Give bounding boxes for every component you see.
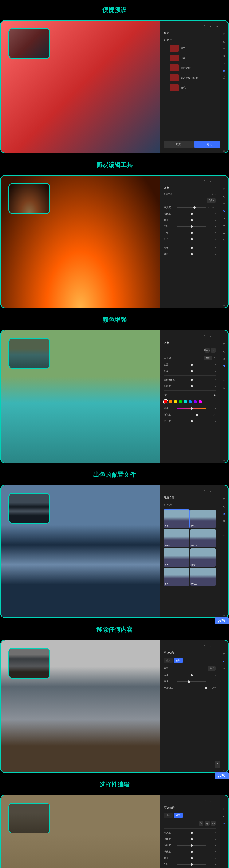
heal-icon[interactable]: ◐ [222,349,226,353]
more-icon[interactable]: ⋯ [215,799,218,803]
star-icon[interactable]: ☆ [222,613,226,617]
preset-item[interactable]: 鲜艳 [167,83,218,93]
effects-icon[interactable]: ✦ [222,371,226,375]
slider-contrast[interactable]: 对比度0 [161,211,218,217]
heal-icon[interactable]: ◐ [222,814,226,818]
slider-row[interactable]: 饱和度0 [161,842,218,848]
star-icon[interactable]: ☆ [222,303,226,308]
profile-item[interactable]: 现代 05 [164,548,189,566]
check-icon[interactable]: ✓ [209,489,212,493]
slider-row[interactable]: 高光0 [161,855,218,861]
crop-icon[interactable]: ⊡ [222,497,226,501]
check-icon[interactable]: ✓ [209,799,212,803]
crop-icon[interactable]: ⊡ [222,652,226,656]
preset-category[interactable]: ▾ 颜色 [161,37,218,43]
effects-icon[interactable]: ✦ [222,223,226,227]
more-icon[interactable]: ⋯ [215,24,218,28]
color-icon[interactable]: ◑ [222,364,226,368]
adjust-icon[interactable]: ◉ [222,209,226,213]
effects-icon[interactable]: ✦ [222,61,226,65]
slider-sat[interactable]: 饱和度36 [161,411,218,418]
profile-category[interactable]: ▾ 现代 [161,501,218,508]
slider-lum[interactable]: 明亮度0 [161,418,218,424]
slider-size[interactable]: 大小70 [161,672,218,678]
more-icon[interactable]: ⋯ [215,179,218,183]
check-icon[interactable]: ✓ [209,179,212,183]
slider-shadows[interactable]: 阴影0 [161,223,218,229]
brush-icon[interactable]: ✎ [222,666,226,671]
target-icon[interactable]: ◉ [214,394,216,396]
undo-icon[interactable]: ↶ [203,799,206,803]
wb-row[interactable]: 白平衡 原照 ✎ [161,354,218,362]
slider-hue[interactable]: 色相0 [161,405,218,411]
linear-tool-icon[interactable]: ▭ [211,821,216,826]
check-icon[interactable]: ✓ [209,334,212,338]
brush-row[interactable]: 画笔 环状 [161,664,218,672]
slider-blacks[interactable]: 黑色0 [161,236,218,242]
heal-icon[interactable]: ◐ [222,39,226,43]
slider-tint[interactable]: 色调0 [161,368,218,374]
star-icon[interactable]: ☆ [222,768,226,772]
radial-tool-icon[interactable]: ◉ [205,821,209,826]
check-icon[interactable]: ✓ [209,644,212,648]
adjust-icon[interactable]: ◉ [222,512,226,516]
color-orange[interactable] [169,400,172,403]
heal-icon[interactable]: ◐ [222,659,226,663]
bw-button[interactable]: B&W [205,348,209,352]
detail-icon[interactable]: ▲ [222,230,226,235]
slider-saturation[interactable]: 饱和度0 [161,383,218,389]
color-icon[interactable]: ◑ [222,519,226,523]
profile-item[interactable]: 现代 04 [190,529,216,547]
slider-whites[interactable]: 白色0 [161,229,218,236]
more-icon[interactable]: ⋯ [215,644,218,648]
profile-item[interactable]: 现代 02 [190,510,216,528]
done-button[interactable]: 完成 [194,141,224,148]
brush-tool-icon[interactable]: ✎ [199,821,203,826]
cancel-button[interactable]: 取消 [164,141,194,148]
local-chip[interactable]: 局部 [164,813,173,818]
slider-row[interactable]: 照亮度0 [161,830,218,836]
preset-item[interactable]: 高对比度 [167,63,218,73]
color-cyan[interactable] [184,400,187,403]
eyedropper-icon[interactable]: ✎ [211,348,216,352]
profile-item[interactable]: 现代 07 [164,568,189,586]
color-purple[interactable] [194,400,197,403]
brush-icon[interactable]: ✎ [222,46,226,51]
slider-temp[interactable]: 色温0 [161,362,218,368]
slider-clarity[interactable]: 清晰0 [161,245,218,251]
star-icon[interactable]: ☆ [222,149,226,153]
clone-chip[interactable]: 仿制 [174,658,183,663]
wb-dropdown[interactable]: 原照 [204,356,212,360]
slider-exposure[interactable]: 曝光度+1.00EV [161,204,218,211]
eyedropper-icon[interactable]: ✎ [214,356,216,359]
crop-icon[interactable]: ⊡ [222,807,226,811]
color-magenta[interactable] [198,400,202,403]
slider-opacity[interactable]: 不透明度100 [161,685,218,691]
invert-chip[interactable]: 反选 [174,813,183,818]
color-icon[interactable]: ◑ [222,216,226,220]
undo-icon[interactable]: ↶ [203,334,206,338]
color-yellow[interactable] [174,400,177,403]
star-icon[interactable]: ☆ [222,458,226,463]
optics-icon[interactable]: ◎ [222,238,226,242]
more-icon[interactable]: ⋯ [215,334,218,338]
heal-icon[interactable]: ◐ [222,504,226,508]
brush-icon[interactable]: ✎ [222,821,226,826]
effects-icon[interactable]: ✦ [222,526,226,530]
slider-highlights[interactable]: 高光0 [161,217,218,223]
profile-item[interactable]: 现代 08 [190,568,216,586]
slider-vibrance[interactable]: 鲜艳0 [161,251,218,257]
color-blue[interactable] [189,400,192,403]
detail-icon[interactable]: ▲ [222,378,226,382]
profile-item[interactable]: 现代 01 [164,510,189,528]
undo-icon[interactable]: ↶ [203,489,206,493]
auto-button[interactable]: 自动 [206,198,216,203]
slider-feather[interactable]: 羽化45 [161,678,218,685]
preset-item[interactable]: 原照 [167,43,218,53]
profile-item[interactable]: 现代 03 [164,529,189,547]
brush-icon[interactable]: ✎ [222,202,226,206]
profile-item[interactable]: 现代 06 [190,548,216,566]
detail-icon[interactable]: ▲ [222,533,226,537]
brush-dropdown[interactable]: 环状 [208,666,216,671]
undo-icon[interactable]: ↶ [203,179,206,183]
